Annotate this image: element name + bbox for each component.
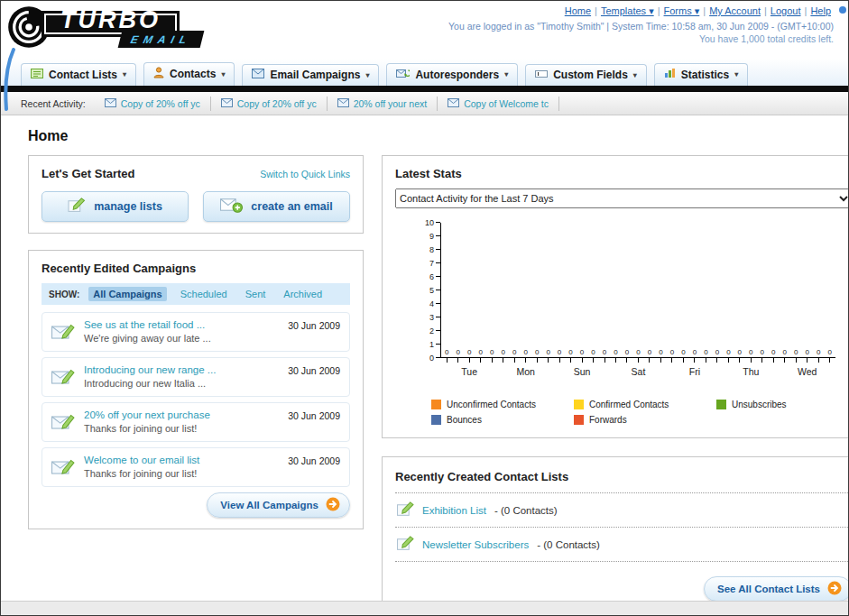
legend-item-unsubscribes: Unsubscribes xyxy=(716,400,849,409)
main-navigation: Contact Lists ▾ Contacts ▾ Email Campaig… xyxy=(1,59,848,86)
header-link-forms[interactable]: Forms ▾ xyxy=(664,5,700,16)
chevron-down-icon: ▾ xyxy=(504,70,508,78)
data-labels: 00000 xyxy=(610,348,666,356)
y-axis-label: 3 xyxy=(429,313,434,322)
contact-lists-title: Recently Created Contact Lists xyxy=(395,470,568,483)
recent-activity-link[interactable]: Copy of 20% off yc xyxy=(121,98,200,109)
campaign-subtitle: Thanks for joining our list! xyxy=(84,468,277,479)
x-axis-label: Tue xyxy=(441,366,497,377)
recent-activity-link[interactable]: Copy of 20% off yc xyxy=(237,98,317,109)
legend-item-confirmed-contacts: Confirmed Contacts xyxy=(574,400,709,409)
latest-stats-panel: Latest Stats Contact Activity for the La… xyxy=(382,155,849,438)
decorative-curve xyxy=(1,48,19,113)
manage-lists-button[interactable]: manage lists xyxy=(42,191,189,222)
recent-activity-item: 20% off your next xyxy=(328,97,438,111)
campaign-title-link[interactable]: 20% off your next purchase xyxy=(84,409,277,420)
data-label: 0 xyxy=(603,348,606,356)
data-label: 0 xyxy=(512,348,516,356)
nav-tab-autoresponders[interactable]: Autoresponders ▾ xyxy=(386,63,518,86)
x-axis-ticks xyxy=(497,358,553,363)
data-label: 0 xyxy=(501,348,504,356)
arrow-right-circle-icon xyxy=(326,497,340,513)
session-info: You are logged in as "Timothy Smith" | S… xyxy=(448,21,834,32)
switch-to-quick-links[interactable]: Switch to Quick Links xyxy=(260,169,350,179)
recent-activity-item: Copy of 20% off yc xyxy=(211,97,328,111)
y-axis-label: 6 xyxy=(429,272,434,281)
nav-tab-contacts[interactable]: Contacts ▾ xyxy=(143,62,235,86)
data-label: 0 xyxy=(715,348,719,356)
y-axis-label: 9 xyxy=(429,232,434,241)
campaign-row[interactable]: 20% off your next purchase Thanks for jo… xyxy=(42,402,350,442)
campaign-date: 30 Jun 2009 xyxy=(288,455,340,466)
data-label: 0 xyxy=(749,348,752,356)
campaign-row[interactable]: Welcome to our email list Thanks for joi… xyxy=(42,447,350,487)
data-label: 0 xyxy=(636,348,640,356)
data-label: 0 xyxy=(478,348,482,356)
y-axis-label: 5 xyxy=(429,286,434,295)
see-all-contact-lists-button[interactable]: See All Contact Lists xyxy=(704,576,849,602)
data-label: 0 xyxy=(568,348,572,356)
data-label: 0 xyxy=(535,348,539,356)
campaign-date: 30 Jun 2009 xyxy=(288,320,340,331)
campaign-row[interactable]: See us at the retail food ... We're givi… xyxy=(42,312,350,352)
header-link-help[interactable]: Help xyxy=(810,5,831,16)
recent-activity-item: Copy of 20% off yc xyxy=(95,97,211,111)
header-link-templates[interactable]: Templates ▾ xyxy=(601,5,654,16)
latest-stats-title: Latest Stats xyxy=(395,167,849,180)
turbo-email-logo[interactable]: TURBO EMAIL xyxy=(6,5,202,53)
campaign-envelope-pencil-icon xyxy=(51,412,75,436)
legend-swatch xyxy=(431,415,441,425)
data-labels: 00000 xyxy=(441,348,497,356)
logo-line2: EMAIL xyxy=(129,33,193,46)
x-axis-ticks xyxy=(554,358,610,363)
contact-list-link[interactable]: Newsletter Subscribers xyxy=(422,539,529,550)
legend-item-unconfirmed-contacts: Unconfirmed Contacts xyxy=(431,400,567,409)
nav-tab-statistics[interactable]: Statistics ▾ xyxy=(654,63,748,86)
nav-tab-custom-fields[interactable]: Custom Fields ▾ xyxy=(525,64,647,86)
x-axis-ticks xyxy=(610,358,666,363)
header-link-home[interactable]: Home xyxy=(565,5,591,16)
campaign-row[interactable]: Introducing our new range ... Introducin… xyxy=(42,357,350,397)
header-link-logout[interactable]: Logout xyxy=(771,5,801,16)
campaigns-tab-archived[interactable]: Archived xyxy=(279,287,327,301)
campaigns-tab-sent[interactable]: Sent xyxy=(241,287,271,301)
legend-swatch xyxy=(431,400,441,409)
app-page: TURBO EMAIL Home|Templates ▾|Forms ▾|My … xyxy=(0,0,849,616)
recent-activity-label: Recent Activity: xyxy=(21,98,86,109)
y-axis-label: 2 xyxy=(429,326,434,336)
contact-list-row: Exhibition List - (0 Contacts) xyxy=(395,493,849,528)
campaign-title-link[interactable]: See us at the retail food ... xyxy=(84,319,277,330)
campaigns-tab-all-campaigns[interactable]: All Campaigns xyxy=(88,287,166,301)
campaign-title-link[interactable]: Introducing our new range ... xyxy=(84,364,277,375)
chart-legend: Unconfirmed Contacts Confirmed Contacts … xyxy=(431,400,849,425)
nav-tab-email-campaigns[interactable]: Email Campaigns ▾ xyxy=(242,64,379,86)
pencil-list-icon xyxy=(68,198,86,216)
header-link-my-account[interactable]: My Account xyxy=(709,5,761,16)
link-separator: | xyxy=(764,5,767,16)
page-title: Home xyxy=(28,128,825,144)
pencil-icon xyxy=(397,501,414,519)
view-all-campaigns-button[interactable]: View All Campaigns xyxy=(207,492,350,518)
create-email-button[interactable]: create an email xyxy=(203,191,350,222)
arrow-right-circle-icon xyxy=(827,581,842,597)
recent-activity-link[interactable]: 20% off your next xyxy=(354,98,428,109)
data-label: 0 xyxy=(457,348,460,356)
x-axis-label: Mon xyxy=(497,366,553,377)
data-label: 0 xyxy=(523,348,527,356)
x-axis-label: Wed xyxy=(780,366,835,377)
recent-activity-link[interactable]: Copy of Welcome tc xyxy=(464,98,549,109)
x-axis-label: Sun xyxy=(554,366,610,377)
contact-list-count: - (0 Contacts) xyxy=(537,539,600,550)
campaigns-tab-scheduled[interactable]: Scheduled xyxy=(176,287,232,301)
contact-lists-rows: Exhibition List - (0 Contacts) Newslette… xyxy=(395,493,849,562)
contact-list-link[interactable]: Exhibition List xyxy=(422,505,486,516)
campaign-title-link[interactable]: Welcome to our email list xyxy=(84,455,277,465)
nav-tab-contact-lists[interactable]: Contact Lists ▾ xyxy=(21,63,136,86)
stats-period-select[interactable]: Contact Activity for the Last 7 Days xyxy=(395,188,849,208)
legend-swatch xyxy=(574,400,584,409)
contacts-icon xyxy=(153,67,164,81)
x-axis-ticks xyxy=(723,358,779,363)
y-axis-label: 4 xyxy=(429,299,434,308)
recent-activity-item: Copy of Welcome tc xyxy=(438,97,559,111)
x-axis-label: Thu xyxy=(723,366,779,377)
